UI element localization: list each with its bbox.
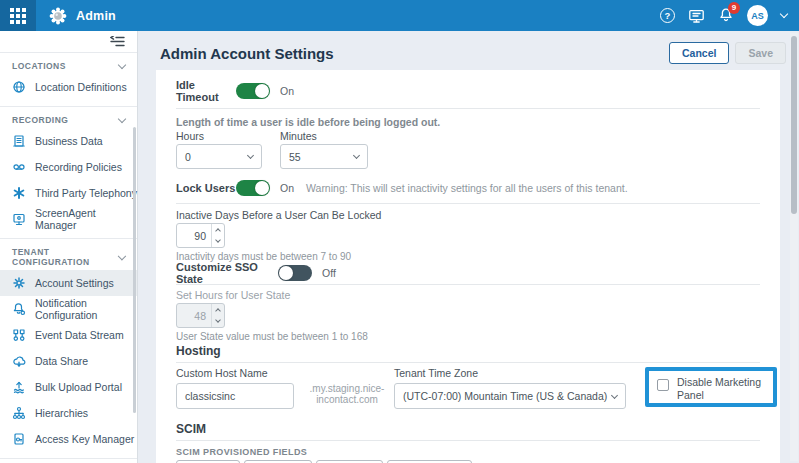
main-content: Admin Account Settings Cancel Save Idle … <box>138 31 799 463</box>
lock-users-label: Lock Users <box>176 182 236 194</box>
lock-users-toggle[interactable] <box>236 180 270 196</box>
hosting-heading: Hosting <box>176 344 760 358</box>
scim-heading: SCIM <box>176 422 760 436</box>
chevron-down-icon <box>247 152 254 159</box>
sidebar-item-event-data-stream[interactable]: Event Data Stream <box>0 322 137 348</box>
topbar-actions: ? 9 AS <box>660 5 799 26</box>
disable-marketing-panel-checkbox[interactable] <box>657 379 669 391</box>
lock-users-warning: Warning: This will set inactivity settin… <box>306 182 628 194</box>
stepper-up-icon <box>212 304 224 316</box>
sidebar-item-bulk-upload-portal[interactable]: Bulk Upload Portal <box>0 374 137 400</box>
divider <box>176 362 760 363</box>
sidebar-section-locations[interactable]: LOCATIONS <box>0 53 137 74</box>
custom-host-name-label: Custom Host Name <box>176 367 294 379</box>
sidebar-section-recording[interactable]: RECORDING <box>0 107 137 128</box>
nice-logo-icon <box>48 6 68 26</box>
lock-users-state: On <box>280 182 294 194</box>
app-name: Admin <box>76 9 116 23</box>
key-document-icon <box>12 432 26 446</box>
sidebar-item-data-share[interactable]: Data Share <box>0 348 137 374</box>
app-launcher-button[interactable] <box>0 0 36 31</box>
save-button[interactable]: Save <box>735 42 786 64</box>
monitor-icon <box>12 212 26 226</box>
divider <box>176 203 760 204</box>
hours-label: Hours <box>176 130 280 142</box>
hours-select[interactable]: 0 <box>176 144 262 169</box>
idle-timeout-row: Idle Timeout On <box>176 82 760 100</box>
cancel-button[interactable]: Cancel <box>669 42 729 64</box>
presentation-icon[interactable] <box>688 8 705 24</box>
custom-host-name-input[interactable]: classicsinc <box>176 383 294 409</box>
sidebar-section-security-settings[interactable]: SECURITY SETTINGS <box>0 459 137 463</box>
top-bar: Admin ? 9 AS <box>0 0 799 31</box>
chevron-down-icon <box>353 152 360 159</box>
sidebar-item-screenagent-manager[interactable]: ScreenAgent Manager <box>0 206 137 232</box>
inactive-days-label: Inactive Days Before a User Can Be Locke… <box>176 209 760 221</box>
page-scrollbar-track[interactable] <box>790 33 798 461</box>
sidebar-item-hierarchies[interactable]: Hierarchies <box>0 400 137 426</box>
user-state-hours-stepper: 48 <box>176 303 225 328</box>
chevron-down-icon <box>611 391 618 398</box>
chevron-down-icon <box>118 251 126 259</box>
sidebar-item-business-data[interactable]: Business Data <box>0 128 137 154</box>
user-state-hours-hint: User State value must be between 1 to 16… <box>176 331 760 342</box>
hosting-row: Custom Host Name classicsinc .my.staging… <box>176 367 777 409</box>
idle-timeout-description: Length of time a user is idle before bei… <box>176 116 760 128</box>
divider <box>176 108 760 109</box>
settings-card: Idle Timeout On Length of time a user is… <box>156 70 780 463</box>
disable-marketing-panel-label: Disable Marketing Panel <box>677 376 765 402</box>
help-icon[interactable]: ? <box>660 8 675 23</box>
admin-account-settings-page: { "topbar": { "app_name": "Admin", "help… <box>0 0 799 463</box>
sidebar-item-location-definitions[interactable]: Location Definitions <box>0 74 137 100</box>
lock-users-row: Lock Users On Warning: This will set ina… <box>176 179 760 197</box>
nodes-icon <box>12 328 26 342</box>
brand: Admin <box>48 6 116 26</box>
page-scrollbar-thumb[interactable] <box>791 36 797 214</box>
tenant-time-zone-select[interactable]: (UTC-07:00) Mountain Time (US & Canada) <box>394 383 626 409</box>
host-suffix: .my.staging.nice-incontact.com <box>300 383 394 406</box>
globe-icon <box>12 80 26 94</box>
sidebar-item-notification-configuration[interactable]: Notification Configuration <box>0 296 137 322</box>
notifications-button[interactable]: 9 <box>718 7 734 25</box>
voicemail-icon <box>12 160 26 174</box>
customize-sso-state: Off <box>322 267 336 279</box>
building-icon <box>12 134 26 148</box>
minutes-label: Minutes <box>280 130 317 142</box>
page-header: Admin Account Settings Cancel Save <box>138 31 799 64</box>
avatar[interactable]: AS <box>747 5 768 26</box>
org-tree-icon <box>12 406 26 420</box>
sidebar-scrollbar[interactable] <box>133 127 136 413</box>
sidebar-section-tenant-configuration[interactable]: TENANT CONFIGURATION <box>0 239 137 270</box>
chevron-down-icon[interactable] <box>780 10 788 18</box>
collapse-sidebar-icon[interactable] <box>110 36 125 47</box>
customize-sso-label: Customize SSO State <box>176 261 278 285</box>
disable-marketing-panel-highlight: Disable Marketing Panel <box>645 367 777 407</box>
customize-sso-row: Customize SSO State Off <box>176 264 760 282</box>
chevron-down-icon <box>118 114 126 122</box>
sidebar-item-recording-policies[interactable]: Recording Policies <box>0 154 137 180</box>
scim-provisioned-fields-label: SCIM PROVISIONED FIELDS <box>176 447 760 457</box>
bell-gear-icon <box>12 302 26 316</box>
sidebar-item-access-key-manager[interactable]: Access Key Manager <box>0 426 137 452</box>
cloud-icon <box>12 354 26 368</box>
sidebar-item-account-settings[interactable]: Account Settings <box>0 270 137 296</box>
sidebar-item-third-party-telephony[interactable]: Third Party Telephony <box>0 180 137 206</box>
sidebar: LOCATIONS Location Definitions RECORDING… <box>0 31 138 463</box>
idle-timeout-state: On <box>280 85 294 97</box>
gear-icon <box>12 276 26 290</box>
stepper-down-icon[interactable] <box>212 236 224 248</box>
stepper-up-icon[interactable] <box>212 224 224 236</box>
minutes-select[interactable]: 55 <box>280 144 368 169</box>
asterisk-icon <box>12 186 26 200</box>
stepper-down-icon <box>212 316 224 328</box>
tenant-time-zone-label: Tenant Time Zone <box>394 367 626 379</box>
upload-waves-icon <box>12 380 26 394</box>
idle-timeout-toggle[interactable] <box>236 83 270 99</box>
sidebar-header <box>0 31 137 53</box>
inactive-days-stepper[interactable]: 90 <box>176 223 225 248</box>
idle-timeout-label: Idle Timeout <box>176 79 236 103</box>
divider <box>176 440 760 441</box>
chevron-down-icon <box>118 60 126 68</box>
user-state-hours-label: Set Hours for User State <box>176 289 760 301</box>
customize-sso-toggle[interactable] <box>278 265 312 281</box>
